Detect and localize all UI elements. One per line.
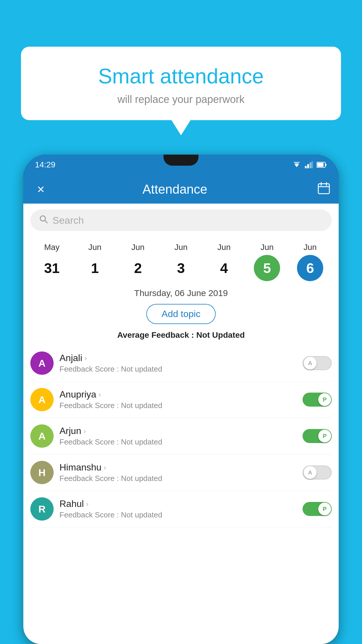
calendar-month: May xyxy=(44,243,59,252)
calendar-day[interactable]: Jun1 xyxy=(82,243,108,281)
student-name: Anjali › xyxy=(59,353,297,363)
status-time: 14:29 xyxy=(35,160,55,169)
calendar-month: Jun xyxy=(88,243,101,252)
avatar: A xyxy=(30,424,54,448)
toggle-knob: P xyxy=(318,430,331,442)
calendar-row: May31Jun1Jun2Jun3Jun4Jun5Jun6 xyxy=(23,237,339,284)
attendance-toggle[interactable]: P xyxy=(303,502,332,516)
calendar-date: 2 xyxy=(125,255,151,281)
attendance-toggle[interactable]: P xyxy=(303,429,332,443)
add-topic-container: Add topic xyxy=(23,301,339,328)
feedback-score: Feedback Score : Not updated xyxy=(59,438,297,447)
calendar-icon[interactable] xyxy=(318,182,330,197)
student-name: Arjun › xyxy=(59,426,297,436)
avg-feedback: Average Feedback : Not Updated xyxy=(23,328,339,345)
feedback-score: Feedback Score : Not updated xyxy=(59,510,297,519)
svg-rect-4 xyxy=(310,162,311,168)
bubble-title: Smart attendance xyxy=(36,64,326,88)
student-row[interactable]: AArjun ›Feedback Score : Not updatedP xyxy=(30,418,332,454)
calendar-day[interactable]: May31 xyxy=(39,243,65,281)
signal-icon xyxy=(305,161,313,168)
date-label: Thursday, 06 June 2019 xyxy=(23,284,339,301)
app-bar-title: Attendance xyxy=(32,182,318,197)
phone-frame: 14:29 × Attendance xyxy=(23,155,339,644)
calendar-month: Jun xyxy=(261,243,274,252)
svg-rect-5 xyxy=(311,161,313,168)
student-name: Rahul › xyxy=(59,498,297,509)
svg-marker-1 xyxy=(293,162,300,165)
calendar-date: 5 xyxy=(254,255,280,281)
student-row[interactable]: RRahul ›Feedback Score : Not updatedP xyxy=(30,491,332,527)
chevron-icon: › xyxy=(86,500,89,508)
avatar: A xyxy=(30,388,54,411)
toggle-knob: A xyxy=(304,466,317,479)
feedback-score: Feedback Score : Not updated xyxy=(59,365,297,374)
avatar: A xyxy=(30,351,54,375)
attendance-toggle[interactable]: P xyxy=(303,393,332,407)
calendar-day[interactable]: Jun2 xyxy=(125,243,151,281)
attendance-toggle[interactable]: A xyxy=(303,466,332,480)
wifi-icon xyxy=(292,161,301,168)
feedback-score: Feedback Score : Not updated xyxy=(59,474,297,483)
calendar-month: Jun xyxy=(303,243,317,252)
avatar: H xyxy=(30,461,54,484)
toggle-knob: P xyxy=(318,393,331,406)
chevron-icon: › xyxy=(104,463,106,472)
phone-notch xyxy=(164,155,198,166)
svg-rect-7 xyxy=(317,163,324,167)
calendar-day[interactable]: Jun3 xyxy=(168,243,194,281)
calendar-day[interactable]: Jun4 xyxy=(211,243,237,281)
student-info: Anjali ›Feedback Score : Not updated xyxy=(59,353,297,374)
chevron-icon: › xyxy=(84,427,86,435)
student-row[interactable]: AAnjali ›Feedback Score : Not updatedA xyxy=(30,345,332,382)
student-info: Arjun ›Feedback Score : Not updated xyxy=(59,426,297,447)
calendar-date: 1 xyxy=(82,255,108,281)
student-row[interactable]: HHimanshu ›Feedback Score : Not updatedA xyxy=(30,454,332,491)
svg-rect-2 xyxy=(305,166,307,168)
calendar-month: Jun xyxy=(174,243,187,252)
bubble-subtitle: will replace your paperwork xyxy=(36,93,326,106)
student-name: Anupriya › xyxy=(59,389,297,400)
speech-bubble: Smart attendance will replace your paper… xyxy=(21,47,341,120)
svg-rect-3 xyxy=(307,164,309,168)
student-row[interactable]: AAnupriya ›Feedback Score : Not updatedP xyxy=(30,382,332,418)
student-name: Himanshu › xyxy=(59,462,297,473)
add-topic-button[interactable]: Add topic xyxy=(146,304,215,324)
attendance-toggle[interactable]: A xyxy=(303,356,332,370)
chevron-icon: › xyxy=(85,354,87,362)
avatar: R xyxy=(30,497,54,521)
chevron-icon: › xyxy=(99,391,101,399)
status-icons xyxy=(292,161,327,168)
student-info: Himanshu ›Feedback Score : Not updated xyxy=(59,462,297,483)
toggle-knob: A xyxy=(304,357,317,370)
student-list: AAnjali ›Feedback Score : Not updatedAAA… xyxy=(23,345,339,527)
calendar-date: 4 xyxy=(211,255,237,281)
calendar-month: Jun xyxy=(131,243,145,252)
battery-icon xyxy=(317,162,327,168)
search-placeholder: Search xyxy=(52,215,84,226)
search-bar[interactable]: Search xyxy=(30,209,332,231)
calendar-date: 3 xyxy=(168,255,194,281)
student-info: Anupriya ›Feedback Score : Not updated xyxy=(59,389,297,410)
svg-rect-9 xyxy=(318,184,329,194)
calendar-month: Jun xyxy=(217,243,231,252)
student-info: Rahul ›Feedback Score : Not updated xyxy=(59,498,297,519)
svg-line-14 xyxy=(45,220,47,223)
calendar-day[interactable]: Jun5 xyxy=(254,243,280,281)
feedback-score: Feedback Score : Not updated xyxy=(59,401,297,410)
app-bar: × Attendance xyxy=(23,175,339,204)
svg-rect-8 xyxy=(325,164,326,166)
phone-content: Search May31Jun1Jun2Jun3Jun4Jun5Jun6 Thu… xyxy=(23,204,339,644)
calendar-date: 6 xyxy=(297,255,323,281)
calendar-date: 31 xyxy=(39,255,65,281)
calendar-day[interactable]: Jun6 xyxy=(297,243,323,281)
search-icon xyxy=(39,215,48,226)
toggle-knob: P xyxy=(318,503,331,515)
